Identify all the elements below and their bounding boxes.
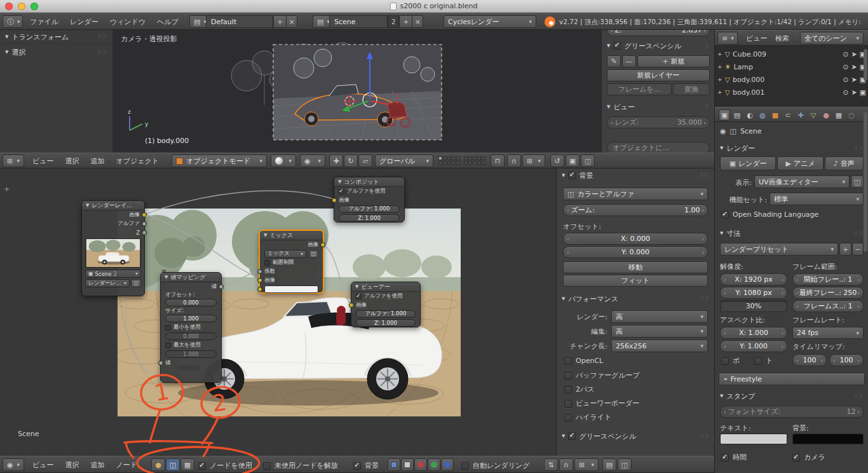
viewer-alpha-field[interactable]: アルファ: 1.000: [356, 310, 416, 318]
layers-widget[interactable]: [438, 156, 486, 165]
node-map-value[interactable]: ▼値マッピング 値 オフセット: 0.000 サイズ: 1.000 最小を使用 …: [160, 272, 222, 383]
socket-image2-in[interactable]: [257, 287, 262, 292]
close-window-button[interactable]: [5, 3, 13, 10]
remap-old-field[interactable]: ‹100›: [792, 354, 827, 366]
node-canvas[interactable]: + Scene ▼レンダーレイ... 画像 アルファ Z: [0, 168, 556, 456]
pivot-node-button[interactable]: ⇅: [544, 458, 558, 471]
panel-backdrop[interactable]: ▼ 背景 ⠿⠿: [557, 168, 714, 180]
panel-dimensions[interactable]: ▼ 寸法 ⠿⠿: [715, 228, 868, 239]
selectable-icon[interactable]: ➤: [851, 50, 857, 58]
rl-layer-selector[interactable]: レンダーレ...: [85, 279, 130, 287]
scene-delete-button[interactable]: ×: [412, 15, 423, 28]
backdrop-zoom-field[interactable]: ‹ズーム:1.00›: [563, 204, 708, 216]
mix-use-alpha-toggle[interactable]: ◫: [309, 250, 318, 258]
socket-alpha-out[interactable]: [142, 221, 147, 226]
selectable-icon[interactable]: ➤: [851, 88, 857, 97]
zoom-window-button[interactable]: [31, 3, 38, 10]
socket-value-in[interactable]: [158, 360, 163, 366]
backdrop-channel-rgba-button[interactable]: [388, 458, 400, 471]
panel-render[interactable]: ▼ レンダー ⠿⠿: [715, 142, 868, 154]
stamp-time-checkbox-row[interactable]: 時間: [721, 453, 747, 462]
aspect-x-field[interactable]: ‹X: 1.000›: [720, 327, 787, 339]
scene-browse-icon[interactable]: ▤: [313, 15, 329, 28]
grease-pencil-checkbox[interactable]: [613, 42, 621, 50]
free-unused-checkbox-row[interactable]: 未使用ノードを解放: [263, 461, 338, 470]
node-render-layers[interactable]: ▼レンダーレイ... 画像 アルファ Z ▣Scene2 レンダーレ...◫: [81, 200, 145, 296]
outliner-row-lamp[interactable]: + ☀ Lamp ⊙ ➤ ▣: [715, 60, 868, 73]
osl-checkbox-row[interactable]: Open Shading Language: [721, 210, 818, 219]
resolution-percentage-field[interactable]: 30%: [720, 300, 787, 312]
collapse-icon[interactable]: ▼: [338, 179, 341, 184]
socket-image-in[interactable]: [332, 198, 337, 203]
mix-clamp-checkbox[interactable]: [264, 260, 270, 266]
tab-data[interactable]: ▽: [808, 109, 819, 121]
tab-world[interactable]: ◍: [757, 109, 768, 121]
socket-z-out[interactable]: [142, 230, 147, 235]
aspect-y-field[interactable]: ‹Y: 1.000›: [720, 340, 787, 352]
visibility-eye-icon[interactable]: ⊙: [843, 63, 848, 71]
mix-color-swatch[interactable]: [264, 285, 318, 293]
layout-delete-button[interactable]: ×: [286, 15, 297, 28]
two-pass-checkbox-row[interactable]: 2パス: [564, 385, 595, 394]
editor-type-outliner-dropdown[interactable]: ≡: [717, 32, 738, 45]
use-nodes-checkbox-row[interactable]: ノードを使用: [198, 461, 252, 470]
menu-window[interactable]: ウィンドウ: [104, 14, 151, 30]
editor-type-node-dropdown[interactable]: ◉: [3, 458, 24, 471]
backdrop-offset-x-field[interactable]: ‹X: 0.000›: [563, 233, 708, 245]
auto-render-checkbox-row[interactable]: 自動レンダリング: [461, 461, 530, 470]
panel-transform[interactable]: ▼ トランスフォーム ⠿⠿: [0, 30, 112, 41]
menu-add-node[interactable]: 追加: [85, 457, 111, 473]
remap-new-field[interactable]: ‹100›: [829, 354, 864, 366]
panel-grip-icon[interactable]: ⠿: [705, 43, 710, 49]
panel-freestyle[interactable]: ► Freestyle: [719, 373, 865, 385]
panel-grip-icon[interactable]: ⠿⠿: [700, 433, 710, 439]
gp-frames-button[interactable]: フレームを...: [607, 83, 672, 95]
panel-grip-icon[interactable]: ⠿⠿: [700, 296, 710, 302]
menu-render[interactable]: レンダー: [64, 14, 104, 30]
copy-node-button[interactable]: ▤: [602, 458, 616, 471]
feature-set-dropdown[interactable]: 標準: [770, 193, 864, 205]
viewer-z-field[interactable]: Z: 1.000: [356, 319, 416, 327]
disclosure-icon[interactable]: +: [717, 64, 722, 70]
pin-icon[interactable]: ◉: [720, 127, 726, 135]
socket-value-out[interactable]: [219, 284, 224, 289]
panel-grip-icon[interactable]: ⠿: [705, 104, 710, 110]
viewport-shading-dropdown[interactable]: [271, 154, 296, 167]
tab-render-layers[interactable]: ▤: [731, 109, 743, 121]
crop-checkbox-row[interactable]: ト: [754, 356, 773, 366]
menu-view-3d[interactable]: ビュー: [27, 153, 60, 169]
menu-view-outliner[interactable]: ビュー: [740, 31, 773, 46]
backdrop-move-button[interactable]: 移動: [563, 261, 708, 273]
panel-grip-icon[interactable]: ⠿⠿: [98, 49, 107, 55]
socket-image-out[interactable]: [142, 212, 147, 217]
panel-stamp[interactable]: ▼ スタンプ ⠿⠿: [715, 390, 868, 402]
mv-offset-field[interactable]: 0.000: [165, 299, 217, 306]
outliner-scope-dropdown[interactable]: 全てのシーン: [800, 32, 864, 45]
viewer-use-alpha-checkbox[interactable]: [356, 294, 362, 299]
mv-use-max-checkbox[interactable]: [165, 343, 171, 348]
composite-use-alpha-checkbox[interactable]: [339, 189, 344, 195]
highlight-checkbox-row[interactable]: ハイライト: [564, 413, 611, 422]
frame-end-field[interactable]: ‹最終フレー..: 250›: [792, 287, 864, 299]
buffer-groups-checkbox-row[interactable]: バッファーグループ: [564, 371, 640, 380]
render-preset-dropdown[interactable]: レンダープリセット: [720, 243, 838, 256]
tab-texture[interactable]: ▦: [833, 109, 844, 121]
outliner-row-body001[interactable]: + ▽ body.001 ⊙ ➤ ▣: [715, 86, 868, 99]
renderable-camera-icon[interactable]: ▣: [860, 88, 866, 97]
panel-grip-icon[interactable]: ⠿⠿: [700, 172, 709, 179]
mv-max-field[interactable]: 1.000: [165, 350, 217, 358]
panel-grip-icon[interactable]: ⠿⠿: [854, 145, 864, 151]
tree-type-texture-button[interactable]: ▦: [180, 458, 194, 471]
socket-image1-in[interactable]: [257, 278, 262, 283]
gp-new-layer-button[interactable]: 新規レイヤー: [607, 69, 710, 81]
border-checkbox-row[interactable]: ボ: [721, 356, 740, 366]
tree-type-compositing-button[interactable]: ◫: [166, 458, 180, 471]
resolution-x-field[interactable]: ‹X: 1920 px›: [720, 273, 787, 285]
manipulator-scale-button[interactable]: ▱: [358, 154, 372, 167]
selectable-icon[interactable]: ➤: [851, 63, 857, 71]
frame-rate-dropdown[interactable]: 24 fps: [792, 327, 864, 339]
panel-grease-pencil-3d[interactable]: ▼ グリースペンシル ⠿: [602, 40, 714, 51]
snap-element-dropdown[interactable]: ⊞: [522, 154, 545, 167]
properties-scrollbar[interactable]: [864, 112, 867, 252]
perf-edit-dropdown[interactable]: 高: [611, 325, 708, 338]
